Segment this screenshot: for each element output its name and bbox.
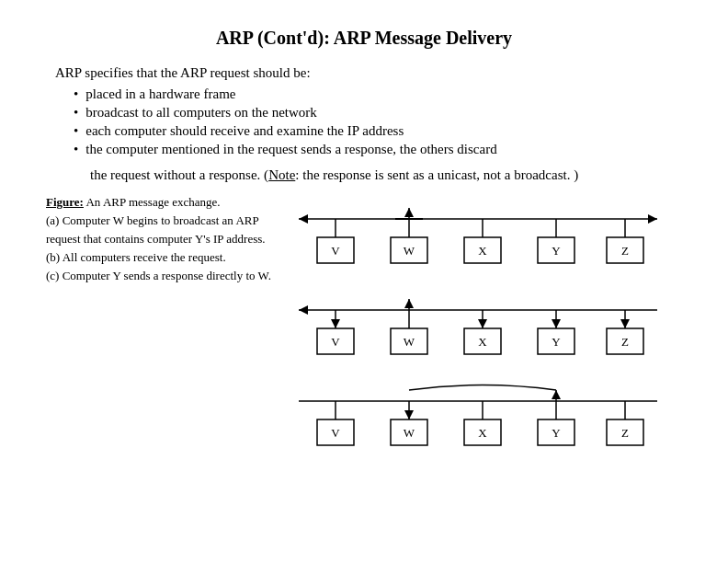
svg-text:Z: Z	[621, 426, 629, 440]
figure-a: (a) Computer W begins to broadcast an AR…	[46, 213, 266, 246]
svg-marker-49	[404, 410, 414, 419]
svg-text:W: W	[404, 426, 415, 440]
svg-text:V: V	[331, 244, 340, 258]
svg-marker-33	[478, 319, 487, 328]
svg-text:Z: Z	[621, 244, 629, 258]
svg-text:X: X	[478, 244, 487, 258]
intro-text: ARP specifies that the ARP request shoul…	[55, 65, 682, 81]
svg-text:V: V	[331, 335, 340, 349]
svg-marker-2	[299, 214, 308, 224]
page-title: ARP (Cont'd): ARP Message Delivery	[46, 28, 682, 49]
svg-text:W: W	[404, 335, 415, 349]
bullet-2: broadcast to all computers on the networ…	[74, 105, 682, 121]
continuation-text: the request without a response. (Note: t…	[74, 165, 682, 186]
figure-label: Figure:	[46, 195, 84, 209]
svg-text:Z: Z	[621, 335, 629, 349]
figure-caption: Figure: An ARP message exchange. (a) Com…	[46, 193, 290, 463]
svg-marker-22	[299, 305, 308, 315]
bullet-1: placed in a hardware frame	[74, 86, 682, 102]
bottom-section: Figure: An ARP message exchange. (a) Com…	[46, 193, 682, 463]
svg-text:X: X	[478, 426, 487, 440]
svg-text:Y: Y	[552, 244, 561, 258]
svg-marker-1	[648, 214, 657, 224]
svg-marker-41	[620, 319, 630, 328]
bullet-3: each computer should receive and examine…	[74, 123, 682, 139]
bullet-list: placed in a hardware frame broadcast to …	[74, 86, 682, 157]
page: ARP (Cont'd): ARP Message Delivery ARP s…	[0, 0, 728, 563]
diagram-b: V W X Y Z	[290, 284, 666, 372]
svg-marker-37	[552, 319, 561, 328]
svg-text:V: V	[331, 426, 340, 440]
figure-c: (c) Computer Y sends a response directly…	[46, 269, 271, 282]
svg-text:X: X	[478, 335, 487, 349]
svg-text:Y: Y	[552, 426, 561, 440]
svg-marker-24	[331, 319, 340, 328]
svg-text:W: W	[404, 244, 415, 258]
svg-text:Y: Y	[552, 335, 561, 349]
diagram-a: V W X Y Z	[290, 193, 666, 281]
diagrams: V W X Y Z	[290, 193, 682, 463]
diagram-c: V W X Y	[290, 375, 666, 463]
figure-b: (b) All computers receive the request.	[46, 250, 226, 264]
bullet-4: the computer mentioned in the request se…	[74, 142, 682, 157]
